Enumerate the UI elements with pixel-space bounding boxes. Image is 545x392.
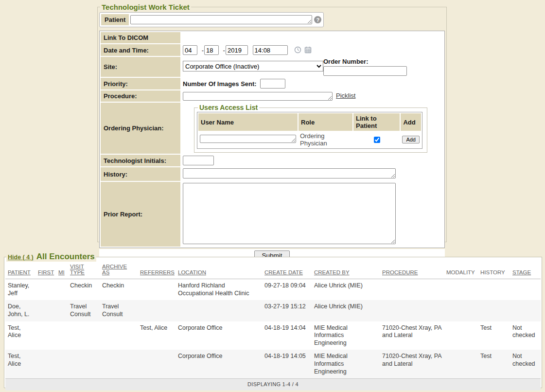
cell-procedure xyxy=(380,300,444,321)
date-separator: - xyxy=(202,47,204,54)
history-label: History: xyxy=(101,167,180,181)
user-name-input[interactable] xyxy=(200,135,296,143)
link-to-dicom-row: Link To DICOM xyxy=(101,32,443,43)
encounter-row[interactable]: Test, Alice Test, Alice Corporate Office… xyxy=(5,321,541,350)
column-header-first[interactable]: FIRST xyxy=(35,262,56,279)
cell-history xyxy=(478,300,510,321)
users-access-list-title: Users Access List xyxy=(198,104,259,111)
clock-icon[interactable] xyxy=(294,46,301,55)
date-day-input[interactable] xyxy=(204,45,219,55)
encounter-row[interactable]: Test, Alice Corporate Office 04-18-19 14… xyxy=(5,350,541,378)
tech-initials-label: Technologist Initials: xyxy=(101,155,180,166)
column-header-created-by[interactable]: CREATED BY xyxy=(312,262,380,279)
date-time-label: Date and Time: xyxy=(101,44,180,56)
cell-modality xyxy=(444,321,478,350)
encounter-row[interactable]: Stanley, Jeff Checkin Checkin Hanford Ri… xyxy=(5,279,541,301)
cell-history: Test xyxy=(478,321,510,350)
cell-history xyxy=(478,279,510,301)
users-access-list: Users Access List User Name Role Link to… xyxy=(194,104,427,153)
cell-history: Test xyxy=(478,350,510,378)
cell-modality xyxy=(444,350,478,378)
procedure-label: Procedure: xyxy=(101,90,180,102)
cell-create-date: 04-18-19 14:04 xyxy=(262,321,312,350)
add-user-button[interactable]: Add xyxy=(402,136,420,143)
cell-created-by: Alice Uhrick (MIE) xyxy=(312,279,380,301)
cell-visit-type xyxy=(68,350,100,378)
cell-first xyxy=(35,279,56,301)
cell-referrers xyxy=(138,279,176,301)
all-encounters-title: All Encounters xyxy=(36,252,95,261)
cell-referrers xyxy=(138,300,176,321)
time-input[interactable] xyxy=(253,45,288,55)
column-header-create-date[interactable]: CREATE DATE xyxy=(262,262,312,279)
cell-stage xyxy=(510,300,541,321)
encounters-table: PATIENT FIRST MI VISIT TYPE ARCHIVE AS R… xyxy=(5,262,541,391)
encounters-header-row: PATIENT FIRST MI VISIT TYPE ARCHIVE AS R… xyxy=(5,262,541,279)
cell-patient: Doe, John, L. xyxy=(5,300,35,321)
cell-first xyxy=(35,300,56,321)
cell-create-date: 04-18-19 14:05 xyxy=(262,350,312,378)
cell-first xyxy=(35,350,56,378)
order-number-label: Order Number: xyxy=(323,58,407,65)
patient-input[interactable] xyxy=(130,15,312,24)
images-sent-block: Number Of Images Sent: xyxy=(183,79,426,89)
date-time-row: Date and Time: - - xyxy=(101,44,443,56)
procedure-input[interactable] xyxy=(183,92,333,101)
date-year-input[interactable] xyxy=(226,45,248,55)
prior-report-row: Prior Report: xyxy=(101,182,443,247)
cell-first xyxy=(35,321,56,350)
role-value: Ordering Physician xyxy=(299,132,352,147)
cell-created-by: Alice Uhrick (MIE) xyxy=(312,300,380,321)
column-header-patient[interactable]: PATIENT xyxy=(5,262,35,279)
cell-stage xyxy=(510,279,541,301)
cell-archive-as: Travel Consult xyxy=(100,300,138,321)
cell-referrers xyxy=(138,350,176,378)
hide-encounters-link[interactable]: Hide ( 4 ) xyxy=(8,254,34,261)
cell-modality xyxy=(444,300,478,321)
date-month-input[interactable] xyxy=(183,45,197,55)
tech-initials-row: Technologist Initials: xyxy=(101,155,443,166)
link-to-patient-header: Link to Patient xyxy=(353,113,400,131)
encounter-row[interactable]: Doe, John, L. Travel Consult Travel Cons… xyxy=(5,300,541,321)
cell-mi xyxy=(56,300,68,321)
cell-location xyxy=(176,300,262,321)
calendar-icon[interactable] xyxy=(304,46,312,55)
column-header-procedure[interactable]: PROCEDURE xyxy=(380,262,444,279)
help-icon[interactable]: ? xyxy=(314,16,321,23)
column-header-stage[interactable]: STAGE xyxy=(510,262,541,279)
history-input[interactable] xyxy=(183,168,396,178)
tech-initials-input[interactable] xyxy=(183,156,214,165)
column-header-visit-type[interactable]: VISIT TYPE xyxy=(68,262,100,279)
column-header-modality: MODALITY xyxy=(444,262,478,279)
images-sent-input[interactable] xyxy=(260,79,285,89)
prior-report-input[interactable] xyxy=(183,183,396,244)
images-sent-label: Number Of Images Sent: xyxy=(183,80,257,88)
cell-visit-type xyxy=(68,321,100,350)
cell-archive-as xyxy=(100,321,138,350)
procedure-row: Procedure: Picklist xyxy=(101,90,443,102)
column-header-archive-as[interactable]: ARCHIVE AS xyxy=(100,262,138,279)
picklist-link[interactable]: Picklist xyxy=(336,92,355,99)
cell-mi xyxy=(56,350,68,378)
cell-stage: Not checked xyxy=(510,321,541,350)
displaying-count: DISPLAYING 1-4 / 4 xyxy=(5,379,541,391)
cell-procedure xyxy=(380,279,444,301)
cell-archive-as xyxy=(100,350,138,378)
link-to-patient-checkbox[interactable] xyxy=(374,137,380,143)
site-label: Site: xyxy=(101,57,180,77)
cell-patient: Test, Alice xyxy=(5,350,35,378)
cell-procedure: 71020-Chest Xray, PA and Lateral xyxy=(380,350,444,378)
all-encounters-section: Hide ( 4 )All Encounters PATIENT FIRST M… xyxy=(4,252,542,388)
cell-created-by: MIE Medical Informatics Engineering xyxy=(312,350,380,378)
all-encounters-legend: Hide ( 4 )All Encounters xyxy=(6,252,96,262)
column-header-location[interactable]: LOCATION xyxy=(176,262,262,279)
link-to-dicom-value xyxy=(181,32,443,43)
date-separator: - xyxy=(223,47,225,54)
order-number-input[interactable] xyxy=(323,66,407,76)
site-select[interactable]: Corporate Office (Inactive) xyxy=(183,61,323,71)
role-header: Role xyxy=(299,113,352,131)
patient-row: Patient ? xyxy=(99,12,324,27)
column-header-mi[interactable]: MI xyxy=(56,262,68,279)
cell-created-by: MIE Medical Informatics Engineering xyxy=(312,321,380,350)
column-header-referrers[interactable]: REFERRERS xyxy=(138,262,176,279)
